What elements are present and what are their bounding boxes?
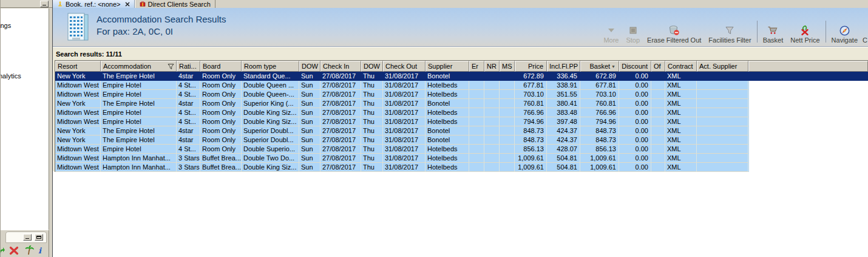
cell-er-10 [469,72,484,81]
cell-discount-16: 0.00 [619,154,651,163]
cell-basket-15: 703.10 [580,90,619,99]
column-header-board-3[interactable]: Board [200,61,242,72]
cell-act-supplier-19 [697,126,748,135]
column-header-supplier-9[interactable]: Supplier [426,61,469,72]
cell-dow-5: Sun [299,90,320,99]
cell-dow-5: Sun [299,99,320,108]
column-header-resort-0[interactable]: Resort [55,61,101,72]
undo-arrow-icon[interactable] [1,247,5,255]
column-header-dow-5[interactable]: DOW [299,61,320,72]
table-row[interactable]: Midtown WestEmpire Hotel4 St...Room Only… [55,117,749,126]
cell-rati-2: 4 St... [177,81,200,90]
cell-discount-16: 0.00 [619,72,651,81]
cell-act-supplier-19 [697,90,748,99]
table-row[interactable]: Midtown WestEmpire Hotel4 St...Room Only… [55,108,749,117]
toolbar-button-label: Nett Price [790,36,819,44]
column-header-act-supplier-19[interactable]: Act. Supplier [697,61,748,72]
column-header-ms-12[interactable]: MS [500,61,515,72]
cell-board-3: Room Only [200,117,242,126]
cell-er-10 [469,108,484,117]
table-row[interactable]: New YorkThe Empire Hotel4starRoom OnlySu… [55,99,749,108]
table-row[interactable]: Midtown WestHampton Inn Manhat...3 Stars… [55,154,749,163]
erase-filtered-out-button[interactable]: Erase Filtered Out [643,24,705,44]
panel-minimize-button[interactable] [23,234,32,241]
column-header-incl-fl-pp-14[interactable]: Incl.Fl.PP [547,61,580,72]
tab-close-icon[interactable] [125,2,130,7]
column-header-check-out-8[interactable]: Check Out [383,61,426,72]
cell-board-3: Buffet Brea... [200,154,242,163]
sidebar-bottom-icons: i [1,245,41,255]
cell-ms-12 [500,117,515,126]
cell-dow-5: Sun [299,145,320,154]
cell-room-type-4: Superior Doubl... [242,135,299,145]
cell-check-in-6: 27/08/2017 [320,99,361,108]
cell-resort-0: New York [55,135,101,145]
red-x-icon[interactable] [9,246,19,255]
cell-dow-5: Sun [299,117,320,126]
cell-of-17 [651,90,665,99]
column-header-er-10[interactable]: Er [469,61,484,72]
cell-ms-12 [500,145,515,154]
column-header-dow-7[interactable]: DOW [361,61,383,72]
column-header-accommodation-1[interactable]: Accommodation [101,61,177,72]
building-icon [66,13,89,46]
cell-dow-7: Thu [361,108,383,117]
column-header-basket-15[interactable]: Basket▼ [580,61,619,72]
column-header-of-17[interactable]: Of [651,61,665,72]
clipped-button[interactable]: C [861,35,868,44]
table-row[interactable]: Midtown WestEmpire Hotel4 St...Room Only… [55,90,749,99]
palm-tree-icon[interactable] [23,245,34,255]
table-row[interactable]: Midtown WestEmpire Hotel4 St...Room Only… [55,81,749,90]
panel-maximize-button[interactable] [35,234,43,241]
sidebar-top-bar [1,0,52,8]
cell-contract-18: XML [665,81,697,90]
column-header-room-type-4[interactable]: Room type [242,61,299,72]
table-row[interactable]: New YorkThe Empire Hotel4starRoom OnlySu… [55,135,749,145]
cell-discount-16: 0.00 [619,90,651,99]
cell-act-supplier-19 [697,145,748,154]
sidebar-collapse-button[interactable] [40,1,49,7]
cell-act-supplier-19 [697,108,748,117]
cell-accommodation-1: Empire Hotel [101,145,177,154]
cell-resort-0: New York [55,126,101,135]
sidebar-item-analytics[interactable]: nalytics [1,72,21,80]
cell-dow-7: Thu [361,81,383,90]
cell-incl-fl-pp-14: 504.81 [547,163,580,172]
cell-dow-7: Thu [361,117,383,126]
table-row[interactable]: New YorkThe Empire Hotel4starRoom OnlySu… [55,126,749,135]
column-header-contract-18[interactable]: Contract [665,61,697,72]
stop-button[interactable]: Stop [622,24,643,44]
cell-nr-11 [484,126,500,135]
nett-price-icon [799,25,810,36]
column-header-nr-11[interactable]: NR [484,61,500,72]
column-header-rati-2[interactable]: Rati... [177,61,200,72]
cell-basket-15: 856.13 [580,145,619,154]
column-filter-icon[interactable] [168,63,174,71]
column-header-price-13[interactable]: Price [515,61,547,72]
more-button[interactable]: More [600,24,622,44]
tab-direct-clients-search[interactable]: Direct Clients Search [135,0,215,8]
info-icon[interactable]: i [38,246,41,255]
cell-of-17 [651,117,665,126]
navigate-button[interactable]: Navigate [828,24,861,44]
table-row[interactable]: Midtown WestEmpire Hotel4 St...Room Only… [55,145,749,154]
cell-room-type-4: Double King Siz... [242,163,299,172]
table-row[interactable]: New YorkThe Empire Hotel4starRoom OnlySt… [55,72,868,81]
table-row[interactable]: Midtown WestHampton Inn Manhat...3 Stars… [55,163,749,172]
cell-nr-11 [484,117,500,126]
cell-room-type-4: Double Queen-... [242,90,299,99]
column-header-check-in-6[interactable]: Check In [320,61,361,72]
cell-resort-0: Midtown West [55,90,101,99]
cell-price-13: 1,009.61 [515,154,547,163]
basket-button[interactable]: Basket [759,24,787,44]
cell-rati-2: 3 Stars [177,163,200,172]
cell-check-out-8: 31/08/2017 [383,126,426,135]
nett-price-button[interactable]: Nett Price [787,24,823,44]
application-window: ings nalytics i Book. ref.: <none> Direc… [0,0,868,257]
cell-check-in-6: 27/08/2017 [320,154,361,163]
cell-incl-fl-pp-14: 336.45 [547,72,580,81]
tab-booking-ref[interactable]: Book. ref.: <none> [53,0,135,8]
facilities-filter-button[interactable]: Facilities Filter [705,24,754,44]
column-header-discount-16[interactable]: Discount [619,61,651,72]
sidebar-item-bookings[interactable]: ings [1,22,11,29]
